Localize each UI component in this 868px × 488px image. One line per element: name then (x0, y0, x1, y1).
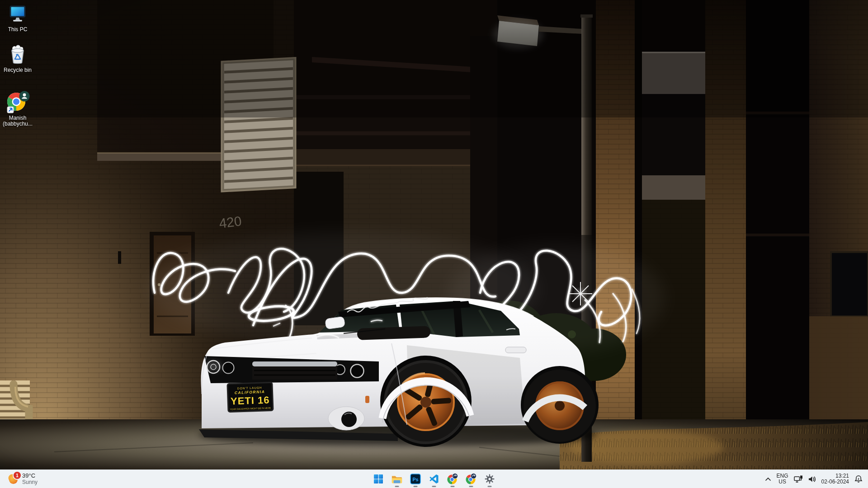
running-indicator (488, 486, 492, 487)
tray-date: 02-06-2024 (821, 479, 849, 485)
chrome-button-2[interactable] (462, 470, 480, 488)
vscode-button[interactable] (425, 470, 443, 488)
notification-bell-button[interactable]: z (852, 471, 865, 487)
chrome-button-1[interactable] (444, 470, 461, 488)
system-tray: ENG US 13:21 02-06-2024 (762, 470, 865, 488)
file-explorer-button[interactable] (388, 470, 406, 488)
desktop-icon-label: This PC (8, 27, 28, 33)
desktop-icon-chrome-profile[interactable]: Manish (babbychu... (0, 90, 35, 127)
profile-badge (19, 91, 30, 102)
windows-logo-icon (373, 474, 384, 484)
volume-button[interactable] (806, 471, 819, 487)
shortcut-arrow-badge (7, 107, 14, 113)
svg-text:Ps: Ps (412, 477, 418, 482)
desktop-icon-recycle-bin[interactable]: Recycle bin (0, 44, 35, 73)
wallpaper-image: 420 (0, 0, 868, 470)
clock[interactable]: 13:21 02-06-2024 (819, 471, 852, 487)
photoshop-button[interactable]: Ps (407, 470, 424, 488)
desktop[interactable]: 420 (0, 0, 868, 470)
speaker-icon (808, 476, 816, 483)
tray-chevron-button[interactable] (762, 471, 774, 487)
language-indicator[interactable]: ENG US (774, 471, 791, 487)
chrome-icon (447, 473, 458, 485)
chrome-icon (465, 473, 477, 485)
screen: { "desktop": { "icons": [ { "id": "this-… (0, 0, 868, 488)
running-indicator (432, 486, 436, 487)
start-button[interactable] (370, 470, 387, 488)
ethernet-icon (794, 475, 803, 483)
taskbar-center: Ps (0, 470, 868, 488)
recycle-bin-icon (7, 44, 28, 66)
desktop-icon-label: Manish (babbychu... (3, 115, 33, 127)
chevron-up-icon (765, 477, 771, 481)
gear-icon (484, 474, 495, 484)
desktop-icon-this-pc[interactable]: This PC (0, 4, 35, 33)
settings-button[interactable] (481, 470, 498, 488)
network-button[interactable] (791, 471, 806, 487)
vscode-icon (429, 474, 439, 484)
desktop-icon-label: Recycle bin (4, 67, 32, 73)
top-darkening (0, 0, 868, 117)
region-code: US (777, 479, 788, 485)
chrome-profile-icon (5, 90, 30, 114)
svg-text:z: z (858, 477, 859, 480)
running-indicator (414, 486, 418, 487)
folder-icon (391, 474, 403, 484)
taskbar: 1 39°C Sunny (0, 469, 868, 488)
chrome-avatar-badge (453, 474, 458, 479)
chrome-avatar-badge (471, 474, 476, 479)
bell-dnd-icon: z (854, 475, 863, 483)
running-indicator (395, 486, 399, 487)
photoshop-icon: Ps (410, 474, 421, 484)
running-indicator (451, 486, 455, 487)
this-pc-icon (7, 4, 28, 25)
running-indicator (469, 486, 473, 487)
